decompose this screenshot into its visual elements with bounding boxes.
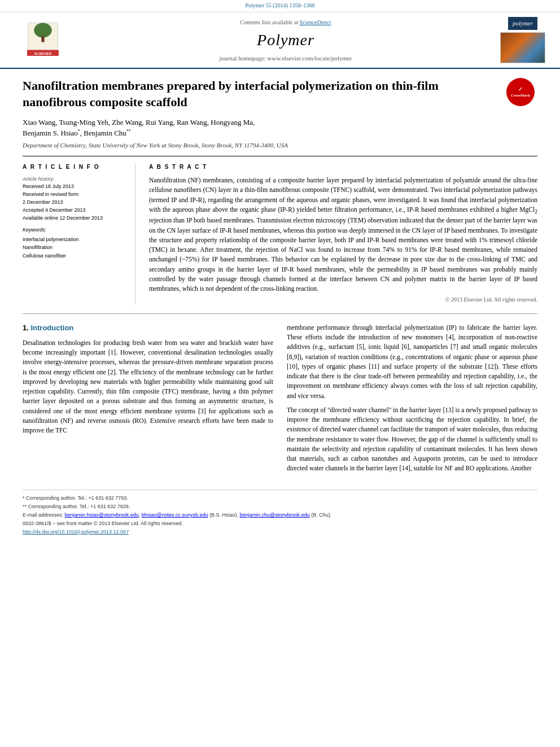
keyword-3: Cellulose nanofiber — [23, 252, 126, 260]
sciencedirect-link[interactable]: ScienceDirect — [299, 19, 331, 25]
article-title-text: Nanofiltration membranes prepared by int… — [23, 78, 439, 109]
info-abstract-section: A R T I C L E I N F O Article history: R… — [23, 163, 537, 304]
intro-left-column: 1. Introduction Desalination technologie… — [23, 323, 273, 478]
elsevier-logo: ELSEVIER — [9, 20, 77, 60]
keywords-label: Keywords: — [23, 226, 126, 234]
intro-phases: phases — [349, 363, 366, 370]
intro-right-para2: The concept of "directed water channel" … — [287, 405, 537, 474]
keyword-1: Interfacial polymerization — [23, 236, 126, 243]
authors-text: Xiao Wang, Tsung-Ming Yeh, Zhe Wang, Rui… — [23, 118, 255, 137]
accepted-date: Accepted 4 December 2013 — [23, 207, 126, 214]
intro-title: 1. Introduction — [23, 323, 273, 334]
crossmark-icon: ✓CrossMark — [506, 78, 535, 106]
doi-line: http://dx.doi.org/10.1016/j.polymer.2013… — [23, 528, 537, 536]
elsevier-tree-icon: ELSEVIER — [20, 20, 65, 60]
polymer-badge: polymer — [508, 17, 537, 30]
issn-line: 0032-3861/$ – see front matter © 2013 El… — [23, 520, 537, 527]
copyright: © 2013 Elsevier Ltd. All rights reserved… — [149, 296, 537, 304]
corresponding-1: * Corresponding author. Tel.: +1 631 632… — [23, 495, 537, 502]
abstract-text: Nanofiltration (NF) membranes, consistin… — [149, 176, 537, 294]
email-1-link[interactable]: benjamin.hsiao@stonybrook.edu — [65, 512, 139, 518]
svg-rect-2 — [41, 36, 44, 42]
svg-point-1 — [34, 23, 52, 37]
contents-available: Contents lists available at ScienceDirec… — [77, 17, 495, 29]
intro-left-para1: Desalination technologies for producing … — [23, 338, 273, 436]
abstract-column: A B S T R A C T Nanofiltration (NF) memb… — [149, 163, 537, 304]
corresponding-2: ** Corresponding author. Tel.: +1 631 63… — [23, 503, 537, 510]
email-3-suffix: (B. Chu). — [311, 512, 331, 518]
received-date: Received 18 July 2013 — [23, 183, 126, 190]
article-title-area: Nanofiltration membranes prepared by int… — [23, 78, 537, 110]
email-2-link[interactable]: bhsiao@notes.cc.sunysb.edu — [142, 512, 208, 518]
article-info-header: A R T I C L E I N F O — [23, 163, 126, 172]
main-content: Nanofiltration membranes prepared by int… — [0, 69, 560, 546]
intro-whereas: whereas — [119, 359, 140, 365]
abstract-both-text: both — [194, 217, 205, 224]
introduction-section: 1. Introduction Desalination technologie… — [23, 323, 537, 478]
revised-date: 2 December 2013 — [23, 199, 126, 206]
crossmark-text: ✓CrossMark — [511, 86, 530, 99]
affiliation: Department of Chemistry, State Universit… — [23, 141, 537, 156]
journal-title-area: Contents lists available at ScienceDirec… — [77, 17, 495, 63]
intro-title-text: Introduction — [30, 324, 73, 332]
authors: Xiao Wang, Tsung-Ming Yeh, Zhe Wang, Rui… — [23, 117, 537, 139]
email-3-link[interactable]: benjamin.chu@stonybrook.edu — [240, 512, 310, 518]
journal-volume-bar: Polymer 55 (2014) 1358–1366 — [0, 0, 560, 12]
journal-homepage: journal homepage: www.elsevier.com/locat… — [77, 54, 495, 63]
revised-label: Received in revised form — [23, 191, 126, 198]
doi-link[interactable]: http://dx.doi.org/10.1016/j.polymer.2013… — [23, 529, 129, 535]
email-suffix: (B.S. Hsiao), — [209, 512, 238, 518]
intro-right-para1: membrane performance through interfacial… — [287, 323, 537, 401]
abstract-whereas-text: whereas — [283, 227, 305, 234]
article-info-column: A R T I C L E I N F O Article history: R… — [23, 163, 135, 304]
email-label: E-mail addresses: — [23, 512, 63, 518]
email-addresses: E-mail addresses: benjamin.hsiao@stonybr… — [23, 512, 537, 519]
elsevier-logo-area: ELSEVIER — [9, 20, 77, 60]
svg-text:ELSEVIER: ELSEVIER — [34, 51, 52, 55]
contents-text: Contents lists available at — [240, 19, 298, 25]
journal-cover-area: polymer — [495, 17, 551, 64]
abstract-based-text: based — [421, 206, 436, 213]
page-wrapper: Polymer 55 (2014) 1358–1366 ELSEVIER — [0, 0, 560, 546]
keyword-2: Nanofiltration — [23, 244, 126, 251]
journal-volume-text: Polymer 55 (2014) 1358–1366 — [245, 2, 314, 8]
journal-header: ELSEVIER Contents lists available at Sci… — [0, 12, 560, 69]
intro-right-column: membrane performance through interfacial… — [287, 323, 537, 478]
journal-title: Polymer — [77, 29, 495, 52]
journal-cover-image — [500, 32, 545, 63]
article-footer: * Corresponding author. Tel.: +1 631 632… — [23, 490, 537, 536]
abstract-header: A B S T R A C T — [149, 163, 537, 172]
online-date: Available online 12 December 2013 — [23, 215, 126, 222]
crossmark-badge: ✓CrossMark — [506, 78, 537, 109]
intro-number: 1. — [23, 324, 29, 332]
section-divider — [23, 313, 537, 314]
history-label: Article history: — [23, 176, 126, 183]
